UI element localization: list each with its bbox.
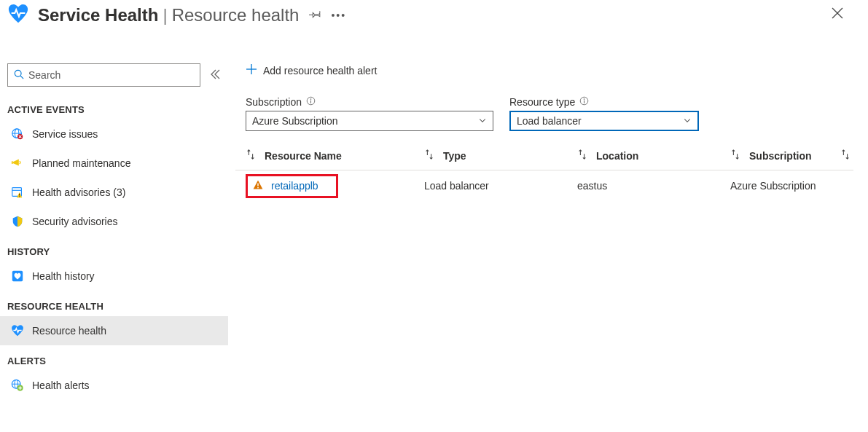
svg-point-28	[584, 98, 585, 100]
svg-point-25	[310, 98, 312, 100]
nav-section-resource-health: RESOURCE HEALTH	[0, 291, 228, 316]
nav-section-history: HISTORY	[0, 236, 228, 262]
heart-pulse-icon	[7, 3, 29, 27]
svg-point-14	[19, 196, 20, 197]
search-icon	[14, 69, 24, 82]
subscription-select[interactable]: Azure Subscription	[246, 111, 493, 131]
sidebar-item-resource-health[interactable]: Resource health	[0, 316, 228, 345]
cell-type: Load balancer	[424, 180, 577, 192]
filter-label-text: Resource type	[509, 96, 575, 108]
nav-section-active-events: ACTIVE EVENTS	[0, 94, 228, 119]
sort-icon	[424, 149, 434, 162]
chevron-down-icon	[478, 115, 487, 127]
sidebar-item-label: Planned maintenance	[32, 157, 130, 169]
calendar-warn-icon	[7, 186, 28, 199]
sort-icon	[730, 149, 740, 162]
filter-resource-type: Resource type Load balancer	[509, 96, 699, 131]
sort-icon[interactable]	[840, 149, 851, 162]
info-icon[interactable]	[306, 96, 316, 108]
more-icon[interactable]: •••	[331, 9, 346, 21]
sort-icon	[577, 149, 587, 162]
sidebar-item-health-history[interactable]: Health history	[0, 262, 228, 291]
pin-icon[interactable]	[309, 7, 322, 23]
title-separator: |	[163, 5, 167, 25]
select-value: Load balancer	[517, 115, 582, 127]
sidebar-item-health-alerts[interactable]: Health alerts	[0, 371, 228, 400]
svg-rect-10	[12, 161, 13, 164]
sidebar-item-label: Resource health	[32, 325, 106, 337]
page-subtitle: Resource health	[172, 5, 300, 25]
column-label: Location	[596, 150, 638, 162]
heart-pulse-icon	[7, 324, 28, 337]
shield-icon	[7, 215, 28, 228]
column-label: Subscription	[749, 150, 812, 162]
column-label: Resource Name	[265, 150, 342, 162]
sidebar-item-label: Health advisories (3)	[32, 186, 125, 198]
sidebar-item-label: Health alerts	[32, 380, 90, 391]
column-header-name[interactable]: Resource Name	[246, 149, 424, 162]
close-icon[interactable]	[832, 7, 843, 21]
column-label: Type	[443, 150, 466, 162]
heart-box-icon	[7, 270, 28, 283]
plus-icon	[246, 63, 257, 77]
sidebar-item-security-advisories[interactable]: Security advisories	[0, 207, 228, 236]
globe-plus-icon	[7, 379, 28, 392]
page-header: Service Health | Resource health •••	[0, 0, 868, 34]
globe-alert-icon	[7, 127, 28, 141]
sort-icon	[246, 149, 256, 162]
warning-icon	[252, 179, 264, 193]
select-value: Azure Subscription	[252, 115, 338, 127]
sidebar-item-label: Health history	[32, 270, 95, 282]
filter-label-text: Subscription	[246, 96, 302, 108]
sidebar-item-planned-maintenance[interactable]: Planned maintenance	[0, 149, 228, 178]
sidebar-item-label: Security advisories	[32, 216, 118, 227]
resource-table: Resource Name Type Location	[235, 141, 853, 201]
sidebar: ACTIVE EVENTS Service issues Planned mai…	[0, 34, 228, 432]
svg-line-3	[20, 76, 23, 79]
column-header-subscription[interactable]: Subscription	[730, 149, 840, 162]
main-content: Add resource health alert Subscription A…	[228, 34, 868, 432]
chevron-down-icon	[683, 115, 692, 127]
resource-type-select[interactable]: Load balancer	[509, 111, 699, 131]
add-resource-health-alert-button[interactable]: Add resource health alert	[246, 63, 377, 77]
column-header-type[interactable]: Type	[424, 149, 577, 162]
highlighted-cell: retailapplb	[246, 174, 338, 198]
megaphone-icon	[7, 157, 28, 170]
nav-section-alerts: ALERTS	[0, 345, 228, 371]
info-icon[interactable]	[579, 96, 589, 108]
column-header-location[interactable]: Location	[577, 149, 730, 162]
resource-name-link[interactable]: retailapplb	[271, 180, 318, 192]
toolbar-label: Add resource health alert	[263, 65, 377, 76]
svg-point-2	[15, 70, 21, 76]
page-title: Service Health	[38, 5, 158, 25]
collapse-sidebar-icon[interactable]	[209, 68, 221, 82]
sidebar-item-service-issues[interactable]: Service issues	[0, 119, 228, 149]
search-input[interactable]	[7, 63, 200, 87]
svg-point-41	[257, 186, 259, 188]
search-field[interactable]	[28, 69, 194, 81]
sidebar-item-health-advisories[interactable]: Health advisories (3)	[0, 178, 228, 207]
sidebar-item-label: Service issues	[32, 128, 98, 140]
table-header-row: Resource Name Type Location	[235, 141, 853, 170]
filter-subscription: Subscription Azure Subscription	[246, 96, 493, 131]
cell-location: eastus	[577, 180, 730, 192]
table-row[interactable]: retailapplb Load balancer eastus Azure S…	[235, 170, 853, 201]
cell-subscription: Azure Subscription	[730, 180, 853, 192]
